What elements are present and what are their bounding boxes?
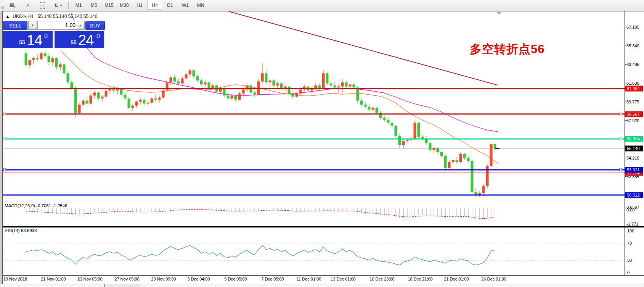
candle — [36, 58, 39, 60]
candle — [71, 82, 73, 89]
price-tick-label: 59.775 — [626, 100, 639, 104]
volume-input[interactable]: 1.00 — [37, 21, 79, 30]
candle — [402, 141, 405, 145]
candle — [173, 77, 176, 82]
candle — [55, 58, 58, 68]
price-tick-label: 67.195 — [626, 25, 639, 29]
date-label: 27 Nov 05:00 — [114, 277, 139, 281]
line-handle[interactable] — [3, 138, 6, 140]
line-handle[interactable] — [620, 113, 622, 115]
candle — [124, 95, 127, 99]
candle — [471, 161, 474, 192]
candle — [25, 53, 27, 65]
descending-trendline[interactable] — [229, 11, 498, 85]
macd-scale-label: -1.771 — [626, 222, 638, 226]
bottom-dock-strip — [0, 284, 644, 287]
candle — [292, 94, 294, 97]
candle — [208, 82, 210, 89]
price-tick-label: 54.210 — [626, 156, 639, 160]
candle — [326, 73, 329, 83]
candle — [177, 81, 180, 83]
chart-shift-marker-icon[interactable] — [497, 12, 501, 15]
sell-button[interactable]: SELL — [3, 21, 27, 30]
candle — [257, 81, 260, 94]
rsi-scale-label: 30 — [627, 258, 632, 263]
date-label: 19 Nov 2018 — [3, 277, 27, 281]
candle — [29, 60, 31, 65]
symbol-label: UKOil-,H4 — [13, 14, 33, 19]
candle — [437, 148, 439, 152]
sell-price-sup: 0 — [44, 33, 48, 40]
date-label: 21 Nov 01:00 — [41, 277, 66, 281]
candle — [459, 154, 462, 162]
candle — [452, 160, 454, 162]
candle — [341, 82, 344, 87]
line-handle[interactable] — [3, 113, 6, 115]
candle — [204, 82, 207, 84]
candle — [265, 73, 268, 82]
one-click-trading-panel: SELL ▼ 1.00 ▲ BUY 55 14 0 55 24 0 — [3, 21, 104, 48]
buy-button[interactable]: BUY — [85, 21, 105, 30]
candle — [448, 162, 451, 168]
candle — [280, 84, 283, 89]
candle — [132, 106, 134, 108]
candle — [181, 78, 184, 83]
date-label: 29 Nov 09:00 — [151, 277, 176, 281]
candle — [154, 98, 157, 100]
candle — [234, 95, 237, 100]
candle — [59, 64, 62, 68]
rsi-scale-label: 100 — [627, 229, 634, 233]
candle — [200, 81, 203, 85]
buy-price-display[interactable]: 55 24 0 — [55, 31, 104, 48]
candle — [315, 85, 317, 89]
candle — [151, 98, 153, 103]
candle — [189, 70, 191, 74]
price-badge: 61.084 — [625, 86, 643, 92]
buy-price-big: 24 — [78, 32, 93, 48]
candle — [330, 84, 332, 85]
sell-price-big: 14 — [27, 32, 42, 48]
sell-price-prefix: 55 — [19, 39, 25, 45]
candle — [395, 126, 397, 135]
candle — [212, 85, 214, 89]
docked-panel-edge — [1, 284, 105, 287]
buy-price-prefix: 55 — [71, 39, 77, 45]
candle — [276, 84, 279, 85]
candle — [170, 77, 172, 82]
collapse-arrow-icon[interactable]: ▲ — [5, 14, 10, 19]
candle — [440, 152, 443, 156]
candle — [463, 154, 466, 158]
line-handle[interactable] — [620, 138, 622, 140]
candle — [383, 118, 386, 119]
chart-title: ▲ UKOil-,H4 55.140 55.140 55.140 55.140 — [5, 14, 97, 19]
candle — [273, 81, 275, 85]
volume-decrease-button[interactable]: ▼ — [28, 21, 37, 30]
candle — [414, 123, 416, 139]
candle — [334, 85, 336, 87]
candle — [494, 144, 496, 148]
candle — [254, 92, 256, 94]
line-handle[interactable] — [3, 169, 6, 171]
price-tick-label: 65.340 — [626, 44, 639, 48]
candle — [158, 98, 161, 100]
candle — [242, 89, 245, 94]
line-handle[interactable] — [620, 169, 622, 171]
candle — [368, 106, 371, 110]
candle — [376, 108, 378, 113]
date-label: 3 Dec 04:00 — [187, 277, 210, 281]
price-tick-label: 63.485 — [626, 62, 639, 67]
candle — [318, 85, 321, 89]
candle — [398, 136, 401, 145]
date-label: 11 Dec 01:00 — [297, 277, 321, 281]
candle — [360, 101, 363, 105]
candle — [101, 97, 104, 98]
candle — [128, 98, 130, 108]
candle — [196, 76, 199, 81]
sell-price-display[interactable]: 55 14 0 — [3, 31, 53, 48]
price-tick-label: 57.920 — [626, 118, 639, 123]
candle — [387, 120, 390, 123]
date-label: 18 Dec 21:00 — [408, 277, 432, 281]
candle — [418, 123, 420, 137]
candle — [337, 87, 340, 88]
volume-increase-button[interactable]: ▲ — [76, 21, 85, 30]
